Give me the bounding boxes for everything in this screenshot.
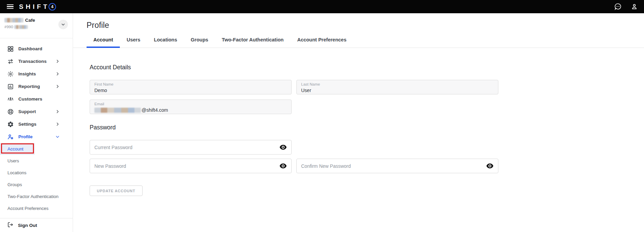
- tab-bar: Account Users Locations Groups Two-Facto…: [73, 37, 644, 48]
- submenu-item-label: Two-Factor Authentication: [7, 194, 58, 199]
- chevron-right-icon: [55, 59, 60, 64]
- user-account-icon[interactable]: [631, 3, 638, 10]
- support-icon: [7, 108, 14, 115]
- new-password-field[interactable]: [90, 159, 292, 173]
- redacted-merchant-name: [4, 18, 23, 22]
- confirm-new-password-field[interactable]: [296, 159, 498, 173]
- topbar: SHIFT 4: [0, 0, 644, 13]
- merchant-switcher-button[interactable]: [58, 20, 68, 29]
- chevron-down-icon: [61, 22, 66, 27]
- sidebar-item-customers[interactable]: Customers: [0, 93, 73, 105]
- chevron-right-icon: [55, 109, 60, 114]
- sidebar-item-label: Customers: [18, 96, 42, 102]
- current-password-field[interactable]: [90, 140, 292, 155]
- new-password-input[interactable]: [94, 163, 279, 169]
- show-password-icon[interactable]: [279, 144, 287, 150]
- chevron-right-icon: [55, 72, 60, 76]
- submenu-item-label: Users: [7, 158, 19, 163]
- sign-out-icon: [7, 221, 14, 229]
- tab-users[interactable]: Users: [120, 37, 147, 48]
- redacted-email: [94, 108, 141, 113]
- sign-out-button[interactable]: Sign Out: [0, 218, 73, 232]
- first-name-value: Demo: [94, 88, 287, 93]
- sidebar-item-two-factor-authentication[interactable]: Two-Factor Authentication: [0, 191, 73, 202]
- sidebar-item-label: Reporting: [18, 84, 40, 89]
- sign-out-label: Sign Out: [18, 223, 37, 228]
- tab-two-factor-authentication[interactable]: Two-Factor Authentication: [215, 37, 290, 48]
- tab-locations[interactable]: Locations: [147, 37, 184, 48]
- email-label: Email: [94, 102, 287, 106]
- chevron-right-icon: [55, 122, 60, 126]
- submenu-item-label: Groups: [7, 182, 22, 187]
- first-name-label: First Name: [94, 82, 287, 87]
- feedback-chat-icon[interactable]: [614, 3, 622, 11]
- settings-icon: [7, 121, 14, 128]
- first-name-field[interactable]: First Name Demo: [90, 80, 292, 94]
- sidebar-item-transactions[interactable]: Transactions: [0, 55, 73, 68]
- main-content: Profile Account Users Locations Groups T…: [73, 13, 644, 232]
- sidebar-item-label: Dashboard: [18, 46, 42, 51]
- merchant-header: Cafe #990: [0, 13, 73, 38]
- page-title: Profile: [87, 20, 644, 30]
- reporting-icon: [7, 83, 14, 90]
- brand-text: SHIFT: [19, 3, 50, 11]
- account-details-heading: Account Details: [90, 64, 644, 71]
- menu-icon[interactable]: [7, 3, 14, 10]
- email-field[interactable]: Email @shift4.com: [90, 100, 292, 114]
- sidebar-menu: Dashboard Transactions: [0, 38, 73, 143]
- sidebar-item-reporting[interactable]: Reporting: [0, 80, 73, 93]
- confirm-new-password-input[interactable]: [301, 163, 486, 169]
- sidebar-item-label: Settings: [18, 122, 36, 127]
- sidebar-item-users[interactable]: Users: [0, 155, 73, 167]
- profile-icon: [7, 133, 14, 140]
- password-heading: Password: [90, 124, 644, 131]
- chevron-down-icon: [55, 135, 60, 139]
- last-name-value: User: [301, 88, 494, 93]
- sidebar-item-locations[interactable]: Locations: [0, 167, 73, 179]
- chevron-right-icon: [55, 84, 60, 89]
- tab-groups[interactable]: Groups: [184, 37, 215, 48]
- merchant-name: Cafe: [25, 18, 35, 23]
- dashboard-icon: [7, 46, 14, 52]
- submenu-item-label: Locations: [7, 170, 26, 175]
- tab-account-preferences[interactable]: Account Preferences: [290, 37, 353, 48]
- email-value-suffix: @shift4.com: [142, 107, 168, 113]
- sidebar-item-dashboard[interactable]: Dashboard: [0, 42, 73, 55]
- show-password-icon[interactable]: [486, 163, 494, 169]
- shift4-logo[interactable]: SHIFT 4: [19, 3, 56, 11]
- sidebar-item-account-preferences[interactable]: Account Preferences: [0, 202, 73, 214]
- show-password-icon[interactable]: [279, 163, 287, 169]
- sidebar-item-profile[interactable]: Profile: [0, 130, 73, 143]
- sidebar-item-insights[interactable]: Insights: [0, 68, 73, 80]
- sidebar-item-settings[interactable]: Settings: [0, 118, 73, 130]
- merchant-number-prefix: #990: [4, 25, 13, 29]
- sidebar-item-label: Transactions: [18, 59, 47, 64]
- profile-submenu: Account Users Locations Groups Two-Facto…: [0, 143, 73, 214]
- current-password-input[interactable]: [94, 145, 279, 150]
- sidebar-item-label: Support: [18, 109, 36, 114]
- sidebar-item-label: Insights: [18, 71, 36, 76]
- brand-badge-4: 4: [49, 3, 56, 11]
- last-name-label: Last Name: [301, 82, 494, 87]
- sidebar-item-label: Profile: [18, 134, 33, 139]
- submenu-item-label: Account: [7, 146, 23, 151]
- sidebar: Cafe #990: [0, 13, 73, 232]
- insights-icon: [7, 71, 14, 77]
- transactions-icon: [7, 58, 14, 65]
- customers-icon: [7, 96, 14, 103]
- sidebar-item-account[interactable]: Account: [0, 143, 73, 155]
- redacted-merchant-number: [14, 25, 28, 29]
- last-name-field[interactable]: Last Name User: [296, 80, 498, 94]
- update-account-button[interactable]: UPDATE ACCOUNT: [90, 185, 143, 196]
- submenu-item-label: Account Preferences: [7, 206, 49, 211]
- sidebar-item-groups[interactable]: Groups: [0, 179, 73, 191]
- tab-account[interactable]: Account: [87, 37, 120, 48]
- sidebar-item-support[interactable]: Support: [0, 105, 73, 118]
